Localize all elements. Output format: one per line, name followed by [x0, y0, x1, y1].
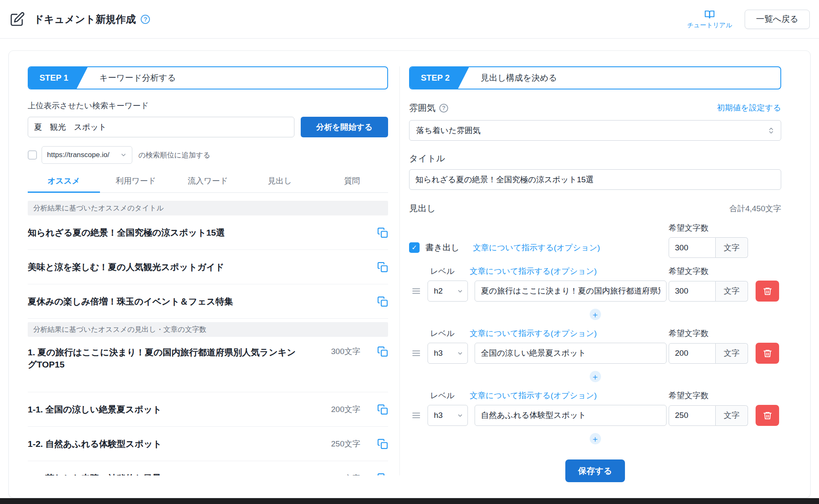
tab-shitsumon[interactable]: 質問 [316, 171, 388, 193]
trash-icon [763, 349, 772, 358]
char-count-badge: 200文字 [331, 404, 360, 415]
title-suggestion-text: 美味と涼を楽しむ！夏の人気観光スポットガイド [28, 261, 224, 273]
site-select-value: https://transcope.io/ [47, 151, 109, 159]
level-select-value: h3 [434, 411, 443, 420]
intro-block: 希望文字数 ✓ 書き出し 文章について指示する(オプション) 文字 [409, 223, 781, 258]
headings-row: 見出し 合計4,450文字 [409, 202, 781, 214]
add-heading-separator: ＋ [409, 371, 781, 382]
copy-icon[interactable] [377, 296, 388, 307]
heading-editor-block: レベル 文章について指示する(オプション) 希望文字数 h2 文字 [409, 266, 781, 302]
heading-char-input[interactable] [669, 281, 716, 302]
tab-midashi[interactable]: 見出し [244, 171, 316, 193]
edit-document-icon [9, 11, 25, 27]
step1-badge: STEP 1 [29, 67, 88, 89]
copy-icon[interactable] [377, 473, 388, 476]
document-title-input[interactable] [409, 169, 781, 190]
page-help-icon[interactable]: ? [141, 15, 150, 24]
save-row: 保存する [409, 459, 781, 482]
book-icon [704, 9, 715, 20]
analyze-button[interactable]: 分析を開始する [301, 117, 388, 137]
page-title: ドキュメント新規作成 [34, 13, 136, 26]
drag-handle-icon[interactable] [412, 411, 421, 420]
copy-icon[interactable] [377, 404, 388, 415]
instruct-link[interactable]: 文章について指示する(オプション) [470, 390, 597, 401]
analysis-tabs: オススメ 利用ワード 流入ワード 見出し 質問 [28, 171, 388, 193]
chars-suffix: 文字 [716, 281, 748, 302]
tab-osusume[interactable]: オススメ [28, 171, 100, 193]
trash-icon [763, 286, 772, 296]
char-count-badge: 300文字 [331, 346, 360, 357]
heading-char-input[interactable] [669, 405, 716, 426]
add-heading-separator: ＋ [409, 309, 781, 320]
level-select[interactable]: h3 [428, 405, 468, 426]
copy-icon[interactable] [377, 346, 388, 357]
delete-heading-button[interactable] [756, 405, 779, 426]
tab-ryunyu-word[interactable]: 流入ワード [172, 171, 244, 193]
tutorial-link[interactable]: チュートリアル [687, 9, 732, 29]
add-heading-button[interactable]: ＋ [590, 371, 601, 382]
heading-suggestion-row: 1. 夏の旅行はここに決まり！夏の国内旅行都道府県別人気ランキングTOP15 3… [28, 337, 388, 392]
instruct-link[interactable]: 文章について指示する(オプション) [473, 242, 600, 253]
heading-suggestion-text: 1-3. 苔むした寺院の神秘的な風景 [28, 472, 161, 475]
level-label: レベル [430, 266, 454, 277]
char-count-label: 希望文字数 [669, 223, 748, 234]
copy-icon[interactable] [377, 262, 388, 273]
site-rank-checkbox[interactable] [28, 150, 37, 160]
mood-select-value: 落ち着いた雰囲気 [416, 125, 480, 136]
intro-char-input[interactable] [669, 237, 716, 258]
add-heading-button[interactable]: ＋ [590, 309, 601, 320]
mood-label: 雰囲気 [409, 102, 436, 114]
heading-char-input[interactable] [669, 343, 716, 364]
site-suffix-label: の検索順位に追加する [138, 150, 210, 160]
delete-heading-button[interactable] [756, 281, 779, 302]
level-select[interactable]: h2 [428, 281, 468, 302]
title-suggestion-row: 知られざる夏の絶景！全国究極の涼スポット15選 [28, 215, 388, 250]
char-count-badge: 200文字 [331, 473, 360, 476]
step2-header: STEP 2 見出し構成を決める [409, 66, 781, 89]
back-to-list-button[interactable]: 一覧へ戻る [745, 10, 810, 29]
heading-suggestion-text: 1-2. 自然あふれる体験型スポット [28, 438, 162, 450]
mood-select[interactable]: 落ち着いた雰囲気 [409, 120, 781, 141]
instruct-link[interactable]: 文章について指示する(オプション) [470, 328, 597, 339]
level-select[interactable]: h3 [428, 343, 468, 364]
bottom-edge-strip [0, 498, 819, 504]
recommended-headings-header: 分析結果に基づいたオススメの見出し・文章の文字数 [28, 322, 388, 337]
heading-suggestion-text: 1. 夏の旅行はここに決まり！夏の国内旅行都道府県別人気ランキングTOP15 [28, 346, 303, 371]
keyword-label: 上位表示させたい検索キーワード [28, 100, 388, 111]
mood-help-icon[interactable]: ? [439, 104, 448, 113]
title-suggestion-row: 夏休みの楽しみ倍増！珠玉のイベント＆フェス特集 [28, 284, 388, 319]
level-select-value: h3 [434, 349, 443, 358]
copy-icon[interactable] [377, 227, 388, 238]
page-header: ドキュメント新規作成 ? チュートリアル 一覧へ戻る [0, 0, 819, 39]
heading-suggestion-row: 1-3. 苔むした寺院の神秘的な風景 200文字 [28, 461, 388, 475]
add-heading-button[interactable]: ＋ [590, 433, 601, 444]
chevron-down-icon [457, 288, 463, 294]
char-count-label: 希望文字数 [669, 390, 748, 401]
title-label: タイトル [409, 152, 781, 164]
instruct-link[interactable]: 文章について指示する(オプション) [470, 266, 597, 277]
heading-text-input[interactable] [475, 281, 667, 302]
site-select[interactable]: https://transcope.io/ [42, 146, 132, 164]
delete-heading-button[interactable] [756, 343, 779, 364]
title-suggestion-text: 知られざる夏の絶景！全国究極の涼スポット15選 [28, 226, 225, 239]
title-suggestion-row: 美味と涼を楽しむ！夏の人気観光スポットガイド [28, 250, 388, 284]
save-button[interactable]: 保存する [565, 459, 625, 482]
keyword-input[interactable] [28, 117, 294, 137]
chars-suffix: 文字 [716, 343, 748, 364]
heading-text-input[interactable] [475, 405, 667, 426]
step1-header: STEP 1 キーワード分析する [28, 66, 388, 89]
drag-handle-icon[interactable] [412, 286, 421, 296]
drag-handle-icon[interactable] [412, 349, 421, 358]
add-heading-separator: ＋ [409, 433, 781, 444]
recommended-titles-header: 分析結果に基づいたオススメのタイトル [28, 201, 388, 215]
tab-riyou-word[interactable]: 利用ワード [100, 171, 172, 193]
heading-editor-block: レベル 文章について指示する(オプション) 希望文字数 h3 文字 [409, 390, 781, 426]
heading-text-input[interactable] [475, 343, 667, 364]
chevron-down-icon [457, 412, 463, 419]
copy-icon[interactable] [377, 438, 388, 449]
heading-suggestion-row: 1-1. 全国の涼しい絶景夏スポット 200文字 [28, 392, 388, 427]
char-count-badge: 250文字 [331, 438, 360, 449]
intro-checkbox[interactable]: ✓ [409, 242, 420, 253]
total-char-count: 合計4,450文字 [729, 203, 781, 214]
set-default-link[interactable]: 初期値を設定する [717, 102, 781, 113]
